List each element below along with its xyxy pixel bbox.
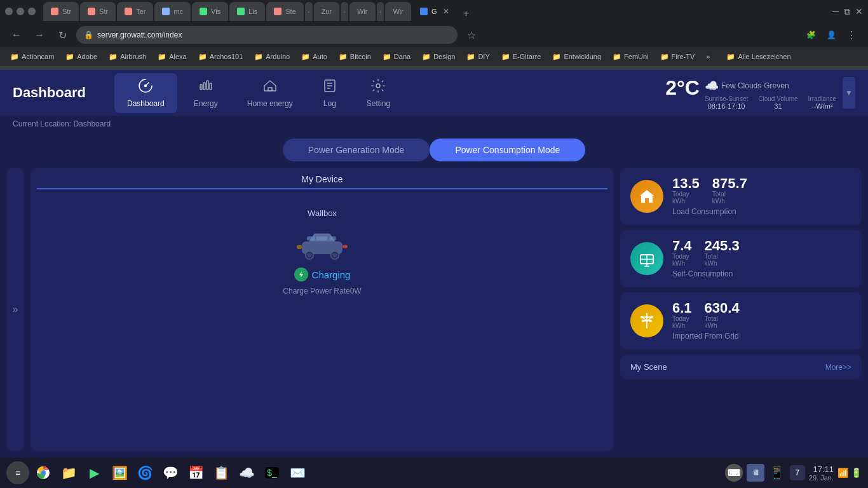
bookmark-femuni[interactable]: 📁FemUni [607, 51, 654, 62]
tab-setting-label: Setting [367, 99, 390, 108]
browser-tab-mc[interactable]: mc [154, 2, 191, 21]
bookmark-diy[interactable]: 📁DIY [461, 51, 494, 62]
tab-energy[interactable]: Energy [181, 73, 231, 113]
stat-total-value-load: 875.7 [712, 177, 747, 191]
bookmark-button[interactable]: ☆ [463, 26, 480, 44]
taskbar-photos-icon[interactable]: 🖼️ [108, 461, 131, 484]
bookmark-egitarre[interactable]: 📁E-Gitarre [496, 51, 546, 62]
menu-button[interactable]: ⋮ [843, 26, 860, 44]
home-energy-icon [262, 78, 278, 97]
browser-tab-str2[interactable]: Str [80, 2, 116, 21]
stat-today-label-load: Today kWh [672, 191, 689, 205]
new-tab-button[interactable]: + [458, 6, 473, 21]
tab-log[interactable]: Log [309, 73, 350, 113]
app-title: Dashboard [13, 85, 102, 101]
bookmark-design[interactable]: 📁Design [417, 51, 460, 62]
browser-tab-zur[interactable]: Zur [314, 2, 340, 21]
car-icon [297, 228, 348, 260]
taskbar-kbd-icon[interactable]: ⌨ [725, 464, 743, 482]
stat-today-value-load: 13.5 [672, 177, 700, 191]
bookmark-alexa[interactable]: 📁Alexa [153, 51, 192, 62]
device-panel-title: My Device [37, 174, 607, 189]
scene-title: My Scene [630, 362, 667, 372]
browser-tab-wir2[interactable]: Wir [385, 2, 411, 21]
bookmark-adobe[interactable]: 📁Adobe [60, 51, 102, 62]
bookmark-dana[interactable]: 📁Dana [377, 51, 416, 62]
browser-tab-wir1[interactable]: Wir [349, 2, 376, 21]
tab-home-energy[interactable]: Home energy [234, 73, 306, 113]
taskbar-files-icon[interactable]: 📁 [57, 461, 80, 484]
browser-tab-lis[interactable]: Lis [229, 2, 265, 21]
gdrive-icon: ☁️ [239, 465, 255, 480]
bookmark-entwicklung[interactable]: 📁Entwicklung [547, 51, 606, 62]
stat-today-value-grid: 6.1 [672, 301, 692, 315]
taskbar-terminal-icon[interactable]: $_ [261, 461, 283, 484]
taskbar: ≡ 📁 ▶ 🖼️ 🌀 💬 📅 📋 ☁️ $_ ✉️ ⌨ [0, 458, 868, 488]
stat-total-grid: 630.4 Total kWh [705, 301, 740, 329]
bookmark-firetv[interactable]: 📁Fire-TV [655, 51, 700, 62]
stat-info-load: 13.5 Today kWh 875.7 [672, 177, 851, 216]
stat-card-load-consumption: 13.5 Today kWh 875.7 [620, 168, 862, 225]
back-button[interactable]: ← [8, 26, 25, 44]
taskbar-calendar-icon[interactable]: 📅 [184, 461, 207, 484]
more-link[interactable]: More>> [825, 363, 851, 372]
address-bar[interactable]: 🔒 server.growatt.com/index [76, 26, 458, 44]
minimize-window-btn[interactable]: ─ [832, 6, 839, 17]
browser-tab-ter[interactable]: Ter [117, 2, 153, 21]
bookmark-alle[interactable]: 📁Alle Lesezeichen [721, 51, 796, 62]
bookmark-auto[interactable]: 📁Auto [296, 51, 332, 62]
taskbar-play-icon[interactable]: ▶ [83, 461, 105, 484]
svg-point-0 [145, 85, 147, 86]
extensions-button[interactable]: 🧩 [802, 26, 820, 44]
taskbar-clock[interactable]: 17:11 29. Jan. [809, 464, 834, 482]
taskbar-badge-7[interactable]: 7 [790, 465, 805, 480]
device-name: Wallbox [308, 208, 337, 218]
power-consumption-mode-button[interactable]: Power Consumption Mode [430, 139, 585, 161]
reload-button[interactable]: ↻ [53, 26, 71, 44]
maximize-btn[interactable] [28, 8, 36, 15]
play-icon: ▶ [90, 465, 99, 480]
solar-panel-icon [638, 250, 656, 268]
load-consumption-icon-circle [630, 180, 663, 213]
tab-dashboard[interactable]: Dashboard [114, 73, 177, 113]
taskbar-chrome-icon[interactable] [32, 461, 55, 484]
self-consumption-icon-circle [630, 242, 663, 275]
power-generation-mode-button[interactable]: Power Generation Mode [283, 139, 430, 161]
mode-toggle: Power Generation Mode Power Consumption … [0, 139, 868, 161]
taskbar-system-icon[interactable]: ≡ [6, 461, 29, 484]
taskbar-gdrive-icon[interactable]: ☁️ [235, 461, 258, 484]
minimize-btn[interactable] [17, 8, 24, 15]
log-icon [322, 78, 337, 97]
bookmark-more[interactable]: » [701, 51, 715, 62]
tab-setting[interactable]: Setting [354, 73, 403, 113]
expand-icon[interactable]: » [13, 304, 18, 315]
folder-icon: 📁 [726, 53, 735, 61]
taskbar-whatsapp-icon[interactable]: 💬 [159, 461, 182, 484]
svg-rect-18 [316, 236, 327, 240]
device-panel: My Device Wallbox [31, 168, 614, 451]
browser-tab-g[interactable]: G ✕ [412, 2, 458, 21]
forward-button[interactable]: → [31, 26, 48, 44]
collapse-weather-button[interactable]: ▼ [843, 77, 855, 109]
taskbar-phone-icon[interactable]: 📱 [768, 464, 786, 482]
svg-point-31 [641, 316, 643, 318]
bookmark-bitcoin[interactable]: 📁Bitcoin [334, 51, 376, 62]
browser-tab-str1[interactable]: Str [43, 2, 79, 21]
profile-button[interactable]: 👤 [822, 26, 840, 44]
folder-icon: 📁 [109, 53, 118, 61]
energy-icon [198, 78, 214, 97]
browser-tab-vis[interactable]: Vis [192, 2, 228, 21]
restore-window-btn[interactable]: ⧉ [844, 6, 850, 17]
bookmark-arduino[interactable]: 📁Arduino [249, 51, 295, 62]
taskbar-edge-icon[interactable]: 🌀 [133, 461, 156, 484]
bookmark-airbrush[interactable]: 📁Airbrush [104, 51, 151, 62]
taskbar-screen-icon[interactable]: 🖥 [747, 464, 764, 482]
browser-tab-ste[interactable]: Ste [266, 2, 304, 21]
bookmark-actioncam[interactable]: 📁Actioncam [5, 51, 59, 62]
taskbar-mail-icon[interactable]: ✉️ [286, 461, 309, 484]
close-window-btn[interactable]: ✕ [855, 6, 863, 17]
bookmark-archos[interactable]: 📁Archos101 [193, 51, 248, 62]
taskbar-tasks-icon[interactable]: 📋 [210, 461, 233, 484]
close-btn[interactable] [5, 8, 13, 15]
tab-close-icon[interactable]: ✕ [443, 7, 449, 16]
